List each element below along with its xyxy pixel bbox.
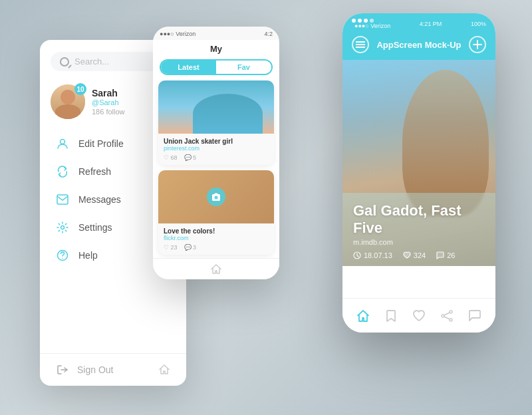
hero-name: Gal Gadot, Fast Five <box>353 202 485 237</box>
refresh-label: Refresh <box>78 166 111 177</box>
svg-point-2 <box>61 226 65 229</box>
sign-out-button[interactable]: Sign Out <box>40 353 186 386</box>
likes-2: ♡ 23 <box>164 244 178 251</box>
user-handle: @Sarah <box>92 98 125 106</box>
svg-line-17 <box>444 313 450 315</box>
help-label: Help <box>78 250 98 261</box>
hero-image: Gal Gadot, Fast Five m.imdb.com 18.07.13… <box>342 60 495 266</box>
tab-favorites[interactable]: Fav <box>216 61 271 74</box>
nav-bookmark-button[interactable] <box>380 305 402 327</box>
nav-chat-button[interactable] <box>464 305 485 327</box>
help-icon <box>56 249 69 262</box>
header-title-right: AppScreen Mock-Up <box>369 40 469 50</box>
card-info-1: Union Jack skater girl pinterest.com ♡ 6… <box>158 134 274 165</box>
notification-badge: 10 <box>74 83 86 95</box>
footer-nav-right <box>342 298 495 333</box>
card-image-2 <box>158 170 274 223</box>
feed-middle: Union Jack skater girl pinterest.com ♡ 6… <box>153 80 279 260</box>
svg-rect-1 <box>57 195 68 204</box>
status-bar-right: ●●●○ Verizon 4:21 PM 100% <box>342 13 495 32</box>
hero-stats: 18.07.13 324 26 <box>353 251 485 259</box>
search-placeholder: Search... <box>74 57 109 67</box>
sign-out-icon <box>56 363 69 376</box>
tab-latest[interactable]: Latest <box>161 61 216 74</box>
edit-profile-label: Edit Profile <box>78 138 124 149</box>
user-followers: 186 follow <box>92 108 125 116</box>
hero-comments: 26 <box>436 251 455 259</box>
card-info-2: Love the colors! flickr.com ♡ 23 💬 3 <box>158 223 274 255</box>
search-icon <box>60 57 69 67</box>
phone-middle: ●●●○ Verizon 4:2 My Latest Fav Union Jac… <box>153 27 279 279</box>
card-source-1: pinterest.com <box>164 145 269 152</box>
time-middle: 4:2 <box>264 31 273 37</box>
gear-icon <box>56 221 69 234</box>
card-stats-2: ♡ 23 💬 3 <box>164 244 269 251</box>
sign-out-label: Sign Out <box>77 364 113 375</box>
comments-1: 💬 5 <box>184 154 197 161</box>
add-button[interactable] <box>469 36 486 53</box>
user-icon <box>56 137 69 150</box>
user-name: Sarah <box>92 88 125 98</box>
card-image-1 <box>158 80 274 134</box>
nav-heart-button[interactable] <box>408 305 430 327</box>
avatar-wrap: 10 <box>51 84 85 119</box>
header-right: AppScreen Mock-Up <box>342 32 495 60</box>
refresh-icon <box>56 165 69 178</box>
svg-point-6 <box>215 196 218 200</box>
settings-label: Settings <box>78 222 112 233</box>
footer-middle <box>153 258 279 279</box>
phone-right: ●●●○ Verizon 4:21 PM 100% AppScreen Mock… <box>342 13 495 333</box>
feed-card-2: Love the colors! flickr.com ♡ 23 💬 3 <box>158 170 274 255</box>
card-stats-1: ♡ 68 💬 5 <box>164 154 269 161</box>
user-info: Sarah @Sarah 186 follow <box>92 88 125 116</box>
svg-point-0 <box>61 140 65 144</box>
comments-2: 💬 3 <box>184 244 197 251</box>
camera-icon <box>207 188 225 206</box>
nav-home-button[interactable] <box>352 305 374 327</box>
carrier-right: ●●●○ Verizon <box>352 19 390 29</box>
card-title-1: Union Jack skater girl <box>164 138 269 145</box>
card-source-2: flickr.com <box>164 235 269 241</box>
messages-label: Messages <box>78 194 121 205</box>
svg-point-4 <box>62 258 63 259</box>
menu-button[interactable] <box>352 36 369 53</box>
hero-likes: 324 <box>403 251 426 259</box>
svg-point-14 <box>442 315 444 317</box>
hero-overlay: Gal Gadot, Fast Five m.imdb.com 18.07.13… <box>342 193 495 266</box>
tabs-middle: Latest Fav <box>160 59 273 75</box>
header-middle: My <box>153 40 279 59</box>
nav-share-button[interactable] <box>436 305 458 327</box>
hero-date: 18.07.13 <box>353 251 392 259</box>
status-bar-middle: ●●●○ Verizon 4:2 <box>153 27 279 40</box>
likes-1: ♡ 68 <box>164 154 178 161</box>
home-icon <box>158 364 170 376</box>
carrier-middle: ●●●○ Verizon <box>160 31 196 37</box>
hero-source: m.imdb.com <box>353 238 485 246</box>
time-right: 4:21 PM <box>420 21 442 27</box>
mail-icon <box>56 193 69 206</box>
svg-point-15 <box>450 319 452 321</box>
svg-line-16 <box>444 317 450 319</box>
svg-point-13 <box>450 311 452 313</box>
card-title-2: Love the colors! <box>164 227 269 235</box>
feed-card-1: Union Jack skater girl pinterest.com ♡ 6… <box>158 80 274 165</box>
battery-right: 100% <box>471 21 486 27</box>
